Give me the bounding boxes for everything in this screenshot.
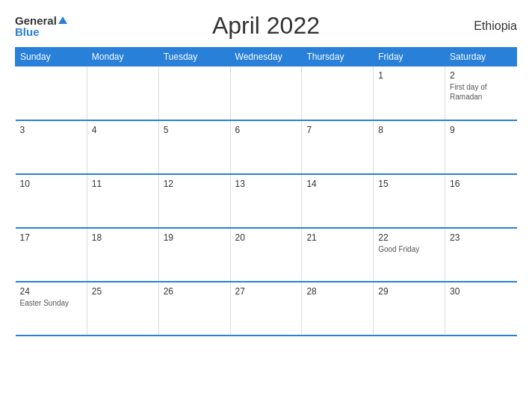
day-number: 6 <box>235 125 297 135</box>
calendar-cell: 12 <box>158 174 230 228</box>
day-number: 30 <box>450 286 512 297</box>
day-number: 28 <box>306 286 368 297</box>
calendar-cell: 11 <box>87 174 158 228</box>
day-number: 15 <box>378 179 440 189</box>
col-saturday: Saturday <box>445 48 517 67</box>
calendar-week-2: 3456789 <box>16 120 517 174</box>
day-number: 3 <box>20 125 82 135</box>
col-tuesday: Tuesday <box>158 48 230 67</box>
col-thursday: Thursday <box>302 48 374 67</box>
day-number: 21 <box>306 232 368 243</box>
day-number: 14 <box>306 179 368 189</box>
calendar-cell: 8 <box>374 120 445 174</box>
calendar-cell: 20 <box>230 228 302 282</box>
day-number: 13 <box>235 179 297 189</box>
event-text: First day of Ramadan <box>450 82 512 102</box>
calendar-cell: 29 <box>374 282 445 336</box>
col-monday: Monday <box>87 48 158 67</box>
day-number: 23 <box>450 232 512 243</box>
logo-blue-text: Blue <box>15 26 40 37</box>
day-number: 5 <box>164 125 226 135</box>
day-number: 27 <box>235 286 297 297</box>
calendar-cell <box>302 67 374 120</box>
calendar-cell: 28 <box>302 282 374 336</box>
event-text: Easter Sunday <box>20 298 82 308</box>
day-number: 18 <box>92 232 154 243</box>
day-number: 19 <box>164 232 226 243</box>
day-number: 25 <box>92 286 154 297</box>
calendar-cell: 4 <box>87 120 158 174</box>
logo-general-text: General <box>15 15 57 26</box>
day-number: 17 <box>20 232 82 243</box>
day-number: 8 <box>378 125 440 135</box>
calendar-week-3: 10111213141516 <box>16 174 517 228</box>
calendar-cell: 16 <box>445 174 517 228</box>
calendar-cell: 25 <box>87 282 158 336</box>
calendar-cell: 21 <box>302 228 374 282</box>
calendar-cell: 23 <box>445 228 517 282</box>
day-number: 2 <box>450 70 512 81</box>
calendar-cell: 27 <box>230 282 302 336</box>
calendar-cell: 24Easter Sunday <box>16 282 87 336</box>
calendar-cell: 18 <box>87 228 158 282</box>
calendar-cell: 17 <box>16 228 87 282</box>
calendar-week-5: 24Easter Sunday252627282930 <box>16 282 517 336</box>
day-number: 16 <box>450 179 512 189</box>
day-number: 22 <box>378 232 440 243</box>
day-number: 11 <box>92 179 154 189</box>
calendar-cell: 13 <box>230 174 302 228</box>
calendar-week-1: 12First day of Ramadan <box>16 67 517 120</box>
calendar-cell: 22Good Friday <box>374 228 445 282</box>
calendar-table: Sunday Monday Tuesday Wednesday Thursday… <box>15 47 517 336</box>
header: General Blue April 2022 Ethiopia <box>15 12 517 40</box>
calendar-cell: 1 <box>374 67 445 120</box>
calendar-cell: 26 <box>158 282 230 336</box>
calendar-title: April 2022 <box>67 12 465 40</box>
country-label: Ethiopia <box>465 19 517 33</box>
calendar-cell: 7 <box>302 120 374 174</box>
calendar-header: Sunday Monday Tuesday Wednesday Thursday… <box>16 48 517 67</box>
day-number: 20 <box>235 232 297 243</box>
day-number: 24 <box>20 286 82 297</box>
day-number: 4 <box>92 125 154 135</box>
day-number: 10 <box>20 179 82 189</box>
day-number: 9 <box>450 125 512 135</box>
calendar-cell <box>16 67 87 120</box>
day-number: 29 <box>378 286 440 297</box>
calendar-cell: 10 <box>16 174 87 228</box>
calendar-cell <box>158 67 230 120</box>
calendar-cell: 5 <box>158 120 230 174</box>
logo: General Blue <box>15 15 67 37</box>
day-number: 12 <box>164 179 226 189</box>
calendar-cell: 9 <box>445 120 517 174</box>
day-number: 7 <box>306 125 368 135</box>
col-wednesday: Wednesday <box>230 48 302 67</box>
col-sunday: Sunday <box>16 48 87 67</box>
calendar-page: General Blue April 2022 Ethiopia Sunday … <box>0 0 532 411</box>
calendar-cell <box>87 67 158 120</box>
calendar-cell: 2First day of Ramadan <box>445 67 517 120</box>
day-number: 26 <box>164 286 226 297</box>
calendar-cell: 14 <box>302 174 374 228</box>
calendar-cell: 19 <box>158 228 230 282</box>
calendar-cell: 6 <box>230 120 302 174</box>
col-friday: Friday <box>374 48 445 67</box>
calendar-body: 12First day of Ramadan345678910111213141… <box>16 67 517 336</box>
event-text: Good Friday <box>378 244 440 254</box>
calendar-cell <box>230 67 302 120</box>
calendar-cell: 30 <box>445 282 517 336</box>
logo-triangle-icon <box>58 16 67 24</box>
weekday-row: Sunday Monday Tuesday Wednesday Thursday… <box>16 48 517 67</box>
calendar-week-4: 171819202122Good Friday23 <box>16 228 517 282</box>
calendar-cell: 3 <box>16 120 87 174</box>
calendar-cell: 15 <box>374 174 445 228</box>
day-number: 1 <box>378 70 440 81</box>
